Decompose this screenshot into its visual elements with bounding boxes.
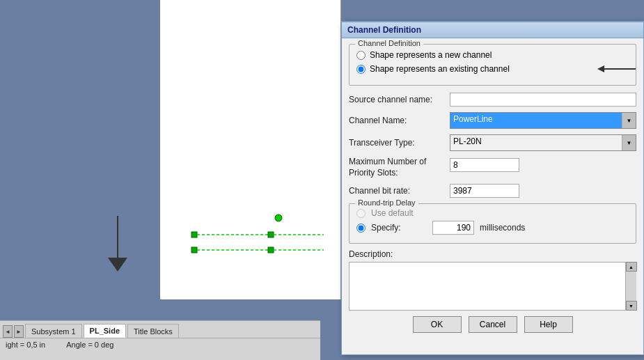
arrow-line xyxy=(604,68,636,70)
description-wrapper: ▲ ▼ xyxy=(349,262,636,311)
channel-bit-rate-row: Channel bit rate: xyxy=(349,184,636,198)
annotation-arrow xyxy=(597,65,636,72)
ms-label: milliseconds xyxy=(480,223,525,233)
channel-name-dropdown-arrow[interactable]: ▼ xyxy=(622,113,636,128)
ok-button[interactable]: OK xyxy=(413,316,462,333)
use-default-label: Use default xyxy=(371,208,427,218)
status-right: Angle = 0 deg xyxy=(66,341,113,349)
tab-title-blocks[interactable]: Title Blocks xyxy=(127,324,179,338)
max-priority-label: Maximum Number ofPriority Slots: xyxy=(349,157,450,178)
svg-rect-1 xyxy=(191,232,197,237)
svg-point-0 xyxy=(275,214,282,221)
description-textarea[interactable] xyxy=(349,262,636,311)
radio-existing-channel[interactable] xyxy=(356,65,366,74)
use-default-row: Use default xyxy=(356,208,629,218)
radio-new-channel[interactable] xyxy=(356,51,366,60)
dialog-buttons: OK Cancel Help xyxy=(349,311,636,338)
channel-definition-dialog: Channel Definition Channel Definition Sh… xyxy=(341,21,644,355)
help-button[interactable]: Help xyxy=(524,316,573,333)
cancel-button[interactable]: Cancel xyxy=(469,316,517,333)
channel-name-value: PowerLine xyxy=(450,113,622,128)
channel-name-select[interactable]: PowerLine ▼ xyxy=(450,112,636,129)
dialog-title-bar: Channel Definition xyxy=(342,22,643,38)
channel-name-label: Channel Name: xyxy=(349,116,450,125)
scroll-down-btn[interactable]: ▼ xyxy=(626,301,637,311)
max-priority-row: Maximum Number ofPriority Slots: xyxy=(349,157,636,178)
use-default-radio[interactable] xyxy=(356,209,366,218)
description-section: Description: ▲ ▼ xyxy=(349,249,636,311)
radio-new-label: Shape represents a new channel xyxy=(370,50,492,60)
channel-name-row: Channel Name: PowerLine ▼ xyxy=(349,112,636,129)
transceiver-type-row: Transceiver Type: PL-20N ▼ xyxy=(349,134,636,151)
specify-input[interactable] xyxy=(432,221,474,235)
specify-radio[interactable] xyxy=(356,224,366,233)
tab-nav-next[interactable]: ► xyxy=(14,325,24,338)
transceiver-type-label: Transceiver Type: xyxy=(349,138,450,148)
scroll-up-btn[interactable]: ▲ xyxy=(626,262,637,272)
round-trip-legend: Round-trip Delay xyxy=(355,198,418,207)
channel-bit-rate-label: Channel bit rate: xyxy=(349,186,450,196)
dialog-title: Channel Definition xyxy=(347,25,421,35)
source-channel-label: Source channel name: xyxy=(349,95,450,104)
group-box-legend: Channel Definition xyxy=(355,39,423,47)
max-priority-input[interactable] xyxy=(450,158,519,172)
tabs-bar: ◄ ► Subsystem 1 PL_Side Title Blocks igh… xyxy=(0,320,320,360)
radio-existing-label: Shape represents an existing channel xyxy=(370,64,510,74)
arrow-annotation xyxy=(108,216,127,272)
radio-new-channel-row: Shape represents a new channel xyxy=(356,50,629,60)
source-channel-row: Source channel name: xyxy=(349,93,636,107)
specify-row: Specify: milliseconds xyxy=(356,221,629,235)
round-trip-group: Round-trip Delay Use default Specify: mi… xyxy=(349,203,636,244)
description-label: Description: xyxy=(349,249,636,259)
channel-bit-rate-input[interactable] xyxy=(450,184,519,198)
tab-subsystem1[interactable]: Subsystem 1 xyxy=(25,324,82,338)
transceiver-type-select[interactable]: PL-20N ▼ xyxy=(450,134,636,151)
tab-pl-side[interactable]: PL_Side xyxy=(84,324,126,338)
canvas-diagram xyxy=(188,212,348,268)
specify-label: Specify: xyxy=(371,223,427,233)
source-channel-input[interactable] xyxy=(450,93,636,107)
tab-nav-prev[interactable]: ◄ xyxy=(3,325,13,338)
status-bar: ight = 0,5 in Angle = 0 deg xyxy=(0,338,320,351)
status-left: ight = 0,5 in xyxy=(6,341,45,349)
svg-rect-5 xyxy=(191,247,197,253)
svg-rect-7 xyxy=(268,247,274,253)
svg-rect-3 xyxy=(268,232,274,237)
transceiver-dropdown-arrow[interactable]: ▼ xyxy=(622,135,636,150)
channel-def-group: Channel Definition Shape represents a ne… xyxy=(349,44,636,86)
transceiver-type-value: PL-20N xyxy=(450,135,622,150)
radio-existing-channel-row: Shape represents an existing channel xyxy=(356,64,629,74)
description-scrollbar: ▲ ▼ xyxy=(625,262,636,311)
arrowhead-left xyxy=(597,65,604,72)
